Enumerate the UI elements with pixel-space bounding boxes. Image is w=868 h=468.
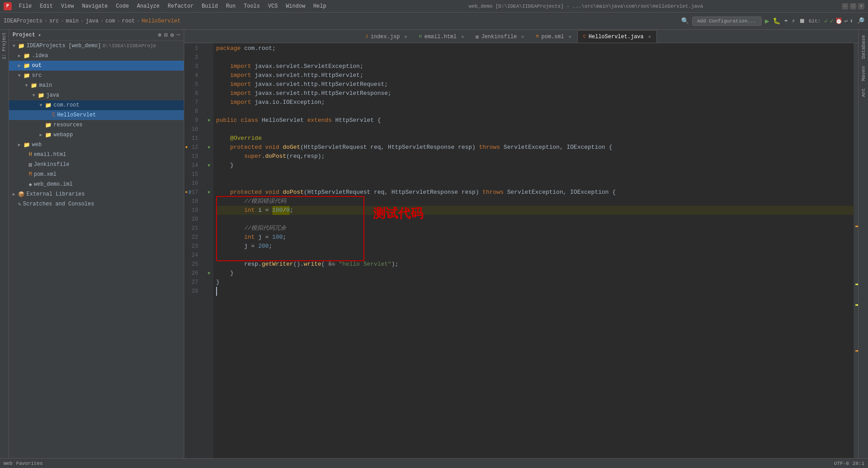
window-controls: ─ □ ✕ xyxy=(842,3,864,9)
tree-webdemo-iml[interactable]: ◆ web_demo.iml xyxy=(9,179,184,189)
tree-ideaprojects[interactable]: ▼ 📁 IDEAProjects [web_demo] D:\IDEA\IIDE… xyxy=(9,41,184,51)
tree-web[interactable]: ▶ 📁 web xyxy=(9,140,184,150)
menu-navigate[interactable]: Navigate xyxy=(78,2,111,10)
menu-analyze[interactable]: Analyze xyxy=(133,2,163,10)
menu-code[interactable]: Code xyxy=(112,2,133,10)
tab-close-pom[interactable]: ✕ xyxy=(568,34,571,40)
status-web[interactable]: Web xyxy=(4,461,13,466)
gutter-4 xyxy=(204,71,213,80)
gutter-12[interactable]: ▼ xyxy=(204,143,213,152)
menu-tools[interactable]: Tools xyxy=(240,2,264,10)
tab-close-helloservlet[interactable]: ✕ xyxy=(648,34,651,40)
str-helloservlet: "hello Servlet" xyxy=(339,260,391,269)
add-config-button[interactable]: Add Configuration... xyxy=(692,17,762,26)
tab-helloservlet-java[interactable]: C HelloServlet.java ✕ xyxy=(577,30,657,43)
tab-close-email[interactable]: ✕ xyxy=(461,34,464,40)
breadcrumb-helloservlet[interactable]: HelloServlet xyxy=(142,18,180,24)
tree-java[interactable]: ▼ 📁 java xyxy=(9,90,184,100)
tab-index-jsp[interactable]: J index.jsp ✕ xyxy=(359,30,413,43)
tree-idea[interactable]: ▶ 📁 .idea xyxy=(9,51,184,61)
status-favorites[interactable]: Favorites xyxy=(16,461,43,466)
panel-sync-icon[interactable]: ⊕ xyxy=(158,31,162,39)
menu-view[interactable]: View xyxy=(58,2,78,10)
ant-label[interactable]: Ant xyxy=(860,85,867,101)
menu-help[interactable]: Help xyxy=(310,2,330,10)
git-push-icon[interactable]: ⬆ xyxy=(850,18,853,25)
minimize-button[interactable]: ─ xyxy=(842,3,848,9)
code-line-15 xyxy=(216,170,854,179)
coverage-icon[interactable]: ☂ xyxy=(784,17,788,25)
search-icon[interactable]: 🔍 xyxy=(681,17,689,25)
panel-settings-icon[interactable]: ⚙ xyxy=(170,31,174,39)
tab-pom-xml[interactable]: M pom.xml ✕ xyxy=(530,30,577,43)
run-icon[interactable]: ▶ xyxy=(765,17,770,26)
menu-build[interactable]: Build xyxy=(198,2,221,10)
gutter-3 xyxy=(204,62,213,71)
tree-external-libraries[interactable]: ▶ 📦 External Libraries xyxy=(9,189,184,199)
tree-src[interactable]: ▼ 📁 src xyxy=(9,71,184,80)
debug-icon[interactable]: 🐛 xyxy=(773,17,780,25)
tree-main[interactable]: ▼ 📁 main xyxy=(9,80,184,90)
ln-22: 22 xyxy=(184,233,201,242)
maximize-button[interactable]: □ xyxy=(850,3,856,9)
gutter-14[interactable]: ▼ xyxy=(204,161,213,170)
breadcrumb-main[interactable]: main xyxy=(66,18,79,24)
tree-scratches[interactable]: ✎ Scratches and Consoles xyxy=(9,199,184,209)
git-undo-icon[interactable]: ↩ xyxy=(844,18,848,25)
maven-label[interactable]: Maven xyxy=(860,62,867,85)
database-label[interactable]: Database xyxy=(860,31,867,62)
git-check2-icon[interactable]: ✓ xyxy=(830,17,833,25)
tree-comroot[interactable]: ▼ 📁 com.root xyxy=(9,100,184,110)
menu-vcs[interactable]: VCS xyxy=(265,2,282,10)
tab-close-jenkins[interactable]: ✕ xyxy=(521,34,524,40)
tab-email-html[interactable]: H email.html ✕ xyxy=(413,30,470,43)
panel-minimize-icon[interactable]: ─ xyxy=(177,31,180,39)
gutter-26[interactable]: ▼ xyxy=(204,269,213,278)
menu-run[interactable]: Run xyxy=(222,2,239,10)
panel-dropdown-icon[interactable]: ▾ xyxy=(38,32,41,39)
breadcrumb-com[interactable]: com xyxy=(105,18,115,24)
close-button[interactable]: ✕ xyxy=(858,3,864,9)
code-area[interactable]: package com.root; import javax.servlet.S… xyxy=(213,43,854,458)
tree-helloservlet[interactable]: C HelloServlet xyxy=(9,110,184,120)
git-check-icon[interactable]: ✓ xyxy=(824,17,828,25)
gutter-9[interactable]: ▼ xyxy=(204,116,213,125)
panel-collapse-icon[interactable]: ⊟ xyxy=(164,31,168,39)
menu-window[interactable]: Window xyxy=(282,2,309,10)
menu-file[interactable]: File xyxy=(15,2,35,10)
breadcrumb-java[interactable]: java xyxy=(85,18,98,24)
panel-header-icons: ⊕ ⊟ ⚙ ─ xyxy=(158,31,180,39)
num-100: 100 xyxy=(272,207,283,214)
project-panel-label[interactable]: 1: Project xyxy=(1,30,8,62)
gutter-17[interactable]: ▼ xyxy=(204,188,213,197)
tree-email[interactable]: H email.html xyxy=(9,150,184,160)
tree-label-email: email.html xyxy=(34,152,66,158)
tree-jenkinsfile[interactable]: ▤ Jenkinsfile xyxy=(9,160,184,169)
breadcrumb-root[interactable]: root xyxy=(122,18,135,24)
breadcrumb-src[interactable]: src xyxy=(49,18,59,24)
tree-label-scratches: Scratches and Consoles xyxy=(23,201,94,207)
menu-refactor[interactable]: Refactor xyxy=(164,2,197,10)
tree-out[interactable]: ▶ 📁 out xyxy=(9,61,184,71)
type-resp12: HttpServletResponse xyxy=(388,143,454,152)
code-line-12: protected void doGet(HttpServletRequest … xyxy=(216,143,854,152)
class-servletexception: ServletException xyxy=(304,62,360,71)
menu-edit[interactable]: Edit xyxy=(36,2,57,10)
git-clock-icon[interactable]: ⏰ xyxy=(835,18,842,25)
find-icon[interactable]: 🔎 xyxy=(857,17,864,25)
breadcrumb: IDEAProjects › src › main › java › com ›… xyxy=(4,18,679,24)
tree-pomxml[interactable]: M pom.xml xyxy=(9,169,184,179)
gutter-13 xyxy=(204,152,213,161)
java-tab-icon: C xyxy=(583,34,586,39)
tree-label-out: out xyxy=(32,62,42,69)
code-line-26: } xyxy=(216,269,854,278)
code-line-2 xyxy=(216,53,854,62)
tab-jenkinsfile[interactable]: ▤ Jenkinsfile ✕ xyxy=(470,30,530,43)
gutter-2 xyxy=(204,53,213,62)
tree-resources[interactable]: 📁 resources xyxy=(9,120,184,130)
profile-icon[interactable]: ⚡ xyxy=(792,17,795,25)
tab-close-index[interactable]: ✕ xyxy=(404,34,407,40)
stop-icon[interactable]: ⏹ xyxy=(799,18,805,25)
breadcrumb-ideaprojects[interactable]: IDEAProjects xyxy=(4,18,42,24)
tree-webapp[interactable]: ▶ 📁 webapp xyxy=(9,130,184,140)
